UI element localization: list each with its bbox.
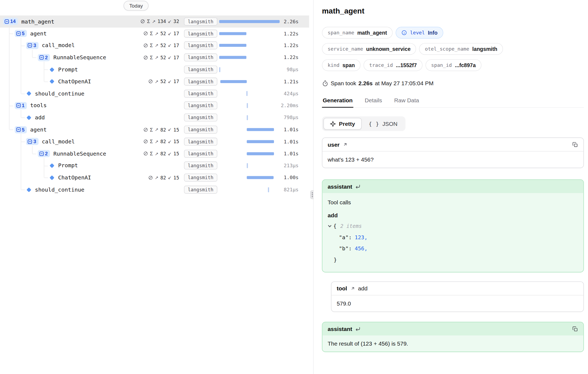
output-tokens: 17 — [174, 31, 179, 36]
output-tokens-arrow-icon: ↙ — [168, 43, 171, 48]
run-name: ChatOpenAI — [58, 175, 91, 181]
run-diamond-icon — [50, 68, 55, 71]
trace-row-Prompt[interactable]: Promptlangsmith98µs — [0, 64, 309, 76]
trace-row-RunnableSequence[interactable]: 2RunnableSequenceΣ↗82↙15langsmith1.01s — [0, 148, 309, 160]
input-tokens: 134 — [158, 19, 166, 24]
message-card-user: user what's 123 + 456? — [322, 137, 584, 168]
copy-button[interactable] — [572, 326, 578, 332]
run-diamond-icon — [26, 92, 32, 95]
collapse-count-badge[interactable]: 5 — [15, 30, 27, 37]
chevron-down-icon[interactable] — [328, 224, 332, 228]
duration-bar — [218, 148, 280, 160]
trace-row-agent[interactable]: 5agentΣ↗82↙15langsmith1.01s — [0, 124, 309, 136]
run-name: RunnableSequence — [53, 151, 106, 157]
tokens-icon — [143, 139, 148, 144]
langsmith-tag: langsmith — [184, 126, 217, 133]
langsmith-tag: langsmith — [184, 138, 217, 146]
output-tokens: 15 — [174, 175, 179, 181]
langsmith-tag: langsmith — [184, 29, 217, 37]
tab-raw-data[interactable]: Raw Data — [393, 97, 420, 107]
trace-row-should_continue[interactable]: should_continuelangsmith821µs — [0, 184, 309, 196]
trace-row-should_continue[interactable]: should_continuelangsmith424µs — [0, 88, 309, 100]
sigma-icon: Σ — [150, 43, 153, 48]
trace-row-call_model[interactable]: 3call_modelΣ↗82↙15langsmith1.01s — [0, 136, 309, 147]
output-tokens: 17 — [174, 55, 179, 60]
json-toggle-button[interactable]: { } JSON — [362, 118, 404, 130]
assistant-message-header[interactable]: assistant — [322, 322, 584, 336]
run-diamond-icon — [26, 188, 32, 192]
attribute-row-3: kind span trace_id ...1552f7 span_id ...… — [322, 59, 584, 71]
minus-square-icon — [28, 139, 32, 144]
detail-tabs: Generation Details Raw Data — [322, 97, 584, 108]
tab-generation[interactable]: Generation — [322, 97, 353, 108]
pretty-label: Pretty — [339, 120, 355, 127]
collapse-count-badge[interactable]: 2 — [38, 150, 50, 157]
token-metrics: Σ↗82↙15 — [143, 148, 179, 160]
run-name: Prompt — [58, 67, 78, 73]
attribute-key: span_name — [328, 30, 354, 35]
run-name: call_model — [42, 42, 75, 48]
copy-button[interactable] — [572, 142, 578, 147]
trace-row-add[interactable]: addlangsmith798µs — [0, 111, 309, 123]
corner-down-left-icon — [355, 326, 361, 332]
attribute-value: Info — [428, 30, 437, 36]
trace-row-ChatOpenAI[interactable]: ChatOpenAI↗52↙17langsmith1.21s — [0, 76, 309, 87]
run-name: tools — [30, 103, 47, 109]
sigma-icon: Σ — [150, 151, 153, 156]
tokens-icon — [140, 19, 145, 24]
json-label: JSON — [382, 120, 397, 127]
trace-row-math_agent[interactable]: 14math_agentΣ↗134↙32langsmith2.26s — [0, 15, 309, 27]
stopwatch-icon — [322, 80, 328, 87]
trace-row-ChatOpenAI[interactable]: ChatOpenAI↗82↙15langsmith1.00s — [0, 172, 309, 183]
collapse-count-badge[interactable]: 1 — [15, 102, 27, 109]
collapse-count-badge[interactable]: 3 — [26, 42, 38, 49]
message-card-assistant-tool-calls: assistant Tool calls add { 2 items "a": … — [322, 179, 584, 272]
trace-row-RunnableSequence[interactable]: 2RunnableSequenceΣ↗52↙17langsmith1.22s — [0, 51, 309, 63]
json-entry: "b": 456, — [328, 243, 578, 254]
collapse-count-badge[interactable]: 3 — [26, 138, 38, 145]
trace-tree-panel: Today 14math_agentΣ↗134↙32langsmith2.26s… — [0, 0, 313, 374]
trace-row-agent[interactable]: 5agentΣ↗52↙17langsmith1.22s — [0, 28, 309, 40]
tab-details[interactable]: Details — [364, 97, 383, 107]
duration-bar — [218, 40, 280, 51]
attribute-value: langsmith — [472, 46, 497, 52]
duration-bar — [218, 136, 280, 147]
duration-bar — [218, 76, 280, 87]
duration-label: 2.20ms — [281, 103, 299, 109]
assistant-message-header[interactable]: assistant — [322, 180, 584, 193]
langsmith-tag: langsmith — [184, 42, 217, 50]
token-metrics: Σ↗52↙17 — [143, 40, 179, 51]
run-diamond-icon — [50, 80, 55, 83]
user-message-header[interactable]: user — [322, 138, 584, 151]
trace-row-call_model[interactable]: 3call_modelΣ↗52↙17langsmith1.22s — [0, 40, 309, 51]
duration-label: 424µs — [284, 91, 299, 96]
duration-bar — [218, 111, 280, 123]
run-name: agent — [30, 31, 47, 37]
collapse-count-badge[interactable]: 5 — [15, 126, 27, 133]
input-tokens-arrow-icon: ↗ — [152, 19, 155, 24]
langsmith-tag: langsmith — [184, 65, 217, 73]
trace-row-tools[interactable]: 1toolslangsmith2.20ms — [0, 100, 309, 111]
attribute-pill-trace-id: trace_id ...1552f7 — [364, 59, 423, 71]
today-button[interactable]: Today — [123, 1, 148, 11]
output-tokens-arrow-icon: ↙ — [168, 151, 171, 156]
attribute-key: service_name — [328, 46, 363, 52]
token-metrics: Σ↗82↙15 — [143, 124, 179, 136]
duration-bar — [218, 160, 280, 172]
tool-message-header[interactable]: tool add — [331, 282, 583, 295]
pretty-toggle-button[interactable]: Pretty — [324, 118, 361, 130]
collapse-count-badge[interactable]: 2 — [38, 54, 50, 61]
message-card-tool-result: tool add 579.0 — [331, 281, 584, 312]
collapse-count-badge[interactable]: 14 — [3, 18, 18, 25]
span-took-duration: 2.26s — [358, 80, 373, 87]
attribute-key: span_id — [431, 62, 452, 68]
run-name: should_continue — [35, 91, 84, 97]
copy-icon — [572, 142, 578, 147]
attribute-key: otel_scope_name — [425, 46, 469, 52]
trace-row-Prompt[interactable]: Promptlangsmith213µs — [0, 160, 309, 172]
output-tokens-arrow-icon: ↙ — [168, 175, 171, 181]
json-close-line: } — [328, 254, 578, 265]
input-tokens-arrow-icon: ↗ — [155, 175, 158, 181]
input-tokens-arrow-icon: ↗ — [155, 139, 158, 145]
minus-square-icon — [5, 19, 9, 24]
